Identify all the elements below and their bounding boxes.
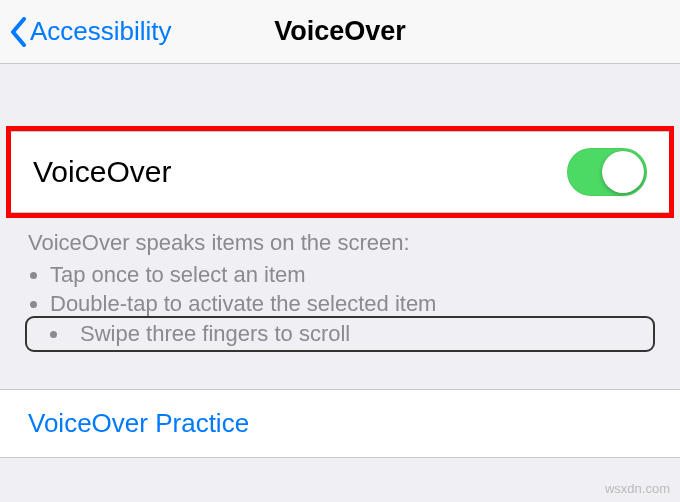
back-label: Accessibility [30,16,172,47]
description-list: Tap once to select an item Double-tap to… [28,260,652,349]
section-spacer [0,64,680,126]
navigation-bar: Accessibility VoiceOver [0,0,680,64]
description-bullet-3: Swipe three fingers to scroll [28,319,652,349]
voiceover-switch[interactable] [567,148,647,196]
voiceover-practice-label: VoiceOver Practice [28,408,249,438]
watermark: wsxdn.com [605,481,670,496]
switch-knob [602,151,644,193]
back-button[interactable]: Accessibility [0,16,172,47]
voiceover-toggle-row[interactable]: VoiceOver [11,131,669,213]
voiceover-toggle-label: VoiceOver [33,155,171,189]
voiceover-practice-row[interactable]: VoiceOver Practice [0,389,680,458]
section-spacer [0,349,680,389]
voiceover-description: VoiceOver speaks items on the screen: Ta… [0,218,680,349]
description-intro: VoiceOver speaks items on the screen: [28,228,652,258]
description-bullet-2: Double-tap to activate the selected item [50,289,652,319]
highlight-box: VoiceOver [6,126,674,218]
description-bullet-1: Tap once to select an item [50,260,652,290]
chevron-left-icon [10,17,28,47]
